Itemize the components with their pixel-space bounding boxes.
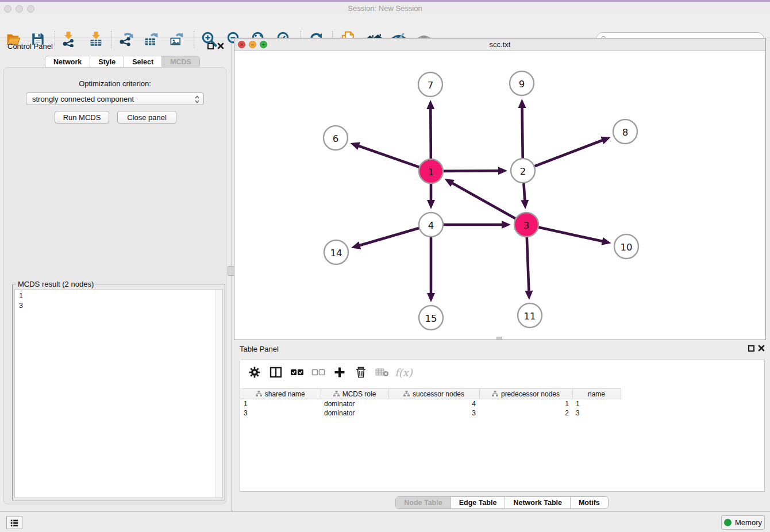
graph-edge-arrowhead (426, 100, 434, 109)
svg-text:15: 15 (425, 313, 437, 324)
graph-node-10[interactable]: 10 (614, 234, 638, 259)
graph-edge[interactable] (430, 109, 431, 161)
run-mcds-button[interactable]: Run MCDS (55, 111, 109, 124)
delete-table-icon[interactable] (374, 365, 391, 380)
graph-edge-arrowhead (601, 237, 611, 245)
dropdown-arrows-icon (194, 94, 200, 106)
graph-edge[interactable] (537, 227, 603, 241)
svg-text:3: 3 (523, 220, 530, 231)
column-header-successor-nodes[interactable]: successor nodes (388, 389, 479, 399)
column-header-shared-name[interactable]: shared name (240, 389, 321, 399)
graph-edge[interactable] (527, 235, 529, 291)
graph-edge[interactable] (533, 140, 603, 167)
status-bar: Memory (0, 511, 770, 532)
attribute-type-icon (333, 391, 340, 397)
table-close-icon[interactable] (757, 344, 765, 352)
column-header-name[interactable]: name (572, 389, 621, 399)
svg-text:2: 2 (520, 166, 526, 177)
graph-node-4[interactable]: 4 (419, 213, 443, 237)
graph-edge-arrowhead (518, 99, 526, 108)
table-row[interactable]: 3 dominator 3 2 3 (240, 408, 621, 418)
add-column-icon[interactable] (331, 365, 348, 380)
deselect-all-icon[interactable] (310, 365, 327, 380)
graph-edge-arrowhead (498, 167, 507, 175)
function-builder-icon[interactable]: f(x) (395, 365, 413, 380)
svg-text:14: 14 (330, 248, 342, 259)
svg-text:4: 4 (428, 220, 434, 231)
float-panel-icon[interactable] (207, 43, 214, 49)
graph-node-1[interactable]: 1 (419, 159, 443, 183)
control-panel-tabs: Network Style Select MCDS (45, 56, 200, 68)
graph-edge-arrowhead (427, 293, 435, 302)
column-header-predecessor-nodes[interactable]: predecessor nodes (479, 389, 572, 399)
criterion-dropdown[interactable]: strongly connected component (26, 92, 204, 105)
network-graph[interactable]: 1234678910111415 (234, 51, 765, 340)
attribute-type-icon (403, 391, 410, 397)
memory-button[interactable]: Memory (721, 515, 765, 530)
graph-node-15[interactable]: 15 (419, 306, 443, 330)
graph-edge[interactable] (523, 181, 525, 201)
graph-node-8[interactable]: 8 (613, 119, 637, 144)
main-toolbar (0, 14, 770, 37)
tab-motifs[interactable]: Motifs (570, 497, 608, 508)
tab-style[interactable]: Style (90, 56, 124, 68)
list-icon (10, 518, 19, 527)
graph-node-11[interactable]: 11 (518, 303, 542, 327)
svg-text:7: 7 (428, 80, 434, 91)
table-panel-title: Table Panel (240, 345, 279, 353)
graph-edge[interactable] (359, 228, 421, 245)
network-canvas[interactable]: 1234678910111415 (234, 51, 765, 340)
control-panel-title: Control Panel (7, 42, 53, 51)
svg-text:1: 1 (428, 167, 434, 178)
table-row[interactable]: 1 dominator 4 1 1 (240, 399, 621, 408)
tab-node-table[interactable]: Node Table (396, 497, 450, 508)
graph-edge-arrowhead (600, 137, 610, 144)
tab-network-table[interactable]: Network Table (505, 497, 570, 508)
graph-node-2[interactable]: 2 (511, 159, 535, 183)
table-tab-group: Node Table Edge Table Network Table Moti… (395, 496, 609, 509)
show-columns-icon[interactable] (267, 365, 284, 380)
graph-node-7[interactable]: 7 (418, 72, 442, 97)
column-header-mcds-role[interactable]: MCDS role (321, 389, 388, 399)
node-table: shared name MCDS role successor nodes pr… (240, 388, 621, 418)
table-float-icon[interactable] (748, 345, 754, 352)
graph-edge-arrowhead (502, 221, 511, 229)
memory-status-icon (724, 519, 732, 526)
session-title: Session: New Session (0, 4, 770, 13)
graph-edge[interactable] (441, 171, 499, 171)
table-settings-icon[interactable] (246, 365, 263, 380)
network-view-window: ✕ − + scc.txt 1234678910111415 (234, 38, 766, 340)
control-panel-header: Control Panel (0, 38, 230, 54)
graph-edge-arrowhead (521, 200, 529, 209)
svg-text:6: 6 (333, 133, 339, 144)
network-title: scc.txt (234, 40, 765, 49)
close-panel-icon[interactable] (217, 42, 225, 50)
attribute-type-icon (492, 391, 498, 397)
close-panel-button[interactable]: Close panel (117, 111, 176, 124)
graph-node-14[interactable]: 14 (324, 240, 348, 264)
graph-edge[interactable] (359, 146, 421, 168)
svg-text:9: 9 (519, 79, 525, 90)
tab-edge-table[interactable]: Edge Table (451, 497, 505, 508)
graph-edge[interactable] (452, 183, 518, 220)
graph-edge-arrowhead (351, 241, 361, 249)
select-all-icon[interactable] (288, 365, 306, 380)
tab-select[interactable]: Select (124, 56, 161, 68)
task-history-button[interactable] (6, 516, 22, 529)
memory-label: Memory (735, 518, 762, 527)
network-titlebar[interactable]: ✕ − + scc.txt (234, 38, 765, 51)
delete-column-icon[interactable] (352, 365, 369, 380)
result-scrollbar[interactable] (215, 290, 222, 498)
mcds-result-text[interactable]: 1 3 (14, 289, 223, 498)
table-header-row: shared name MCDS role successor nodes pr… (240, 389, 621, 399)
graph-node-9[interactable]: 9 (510, 71, 534, 95)
table-panel-tabs: Node Table Edge Table Network Table Moti… (234, 496, 770, 509)
graph-edge[interactable] (522, 107, 523, 160)
application-window: { "window": { "title": "Session: New Ses… (0, 0, 770, 532)
tab-mcds[interactable]: MCDS (161, 56, 199, 68)
svg-text:8: 8 (622, 127, 629, 138)
node-table-container: f(x) shared name MCDS role successor nod… (240, 360, 765, 492)
tab-network[interactable]: Network (45, 56, 90, 68)
graph-node-3[interactable]: 3 (514, 213, 538, 237)
graph-node-6[interactable]: 6 (324, 126, 348, 150)
